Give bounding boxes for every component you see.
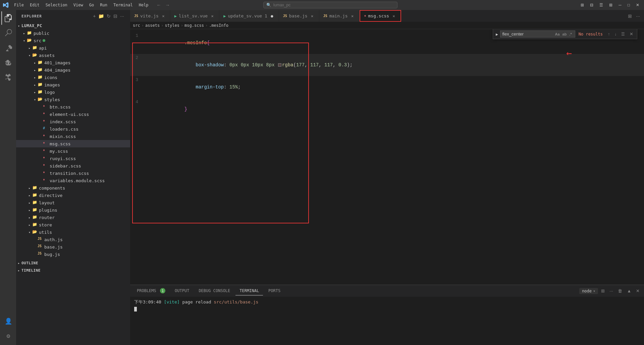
- tree-item-msg-scss[interactable]: ♦ msg.scss: [16, 140, 130, 147]
- tree-item-base-js[interactable]: JS base.js: [16, 243, 130, 251]
- tree-item-directive[interactable]: ▸ 📁 directive: [16, 192, 130, 199]
- tab-close-update-sv[interactable]: ●: [269, 13, 275, 19]
- tree-item-public[interactable]: ▸ 📁 public: [16, 29, 130, 37]
- breadcrumb-assets[interactable]: assets: [145, 23, 160, 28]
- panel-tab-problems[interactable]: PROBLEMS 1: [133, 286, 169, 296]
- tree-item-loaders-css[interactable]: # loaders.css: [16, 125, 130, 133]
- tree-item-404-images[interactable]: ▸ 📁 404_images: [16, 66, 130, 74]
- tree-item-401-images[interactable]: ▸ 📁 401_images: [16, 59, 130, 66]
- customize-layout-button[interactable]: ⊞: [579, 1, 586, 9]
- new-file-button[interactable]: +: [92, 13, 96, 19]
- tree-item-transition-scss[interactable]: ♦ transition.scss: [16, 169, 130, 177]
- toggle-panel-button[interactable]: ⊟: [588, 1, 595, 9]
- nav-forward-button[interactable]: →: [164, 2, 171, 8]
- tree-item-index-scss[interactable]: ♦ index.scss: [16, 118, 130, 125]
- tab-close-vite[interactable]: ✕: [161, 13, 166, 19]
- global-search-input[interactable]: [273, 3, 340, 7]
- tree-item-styles[interactable]: ▾ 📂 styles: [16, 96, 130, 103]
- tree-root-lumax-pc[interactable]: ▾ LUMAX_PC: [16, 22, 130, 29]
- activity-settings[interactable]: ⚙: [1, 329, 15, 342]
- code-editor[interactable]: 1 .mesInfo{ 2 box-shadow: 0px 0px 10px 8…: [130, 29, 644, 123]
- panel-kill-button[interactable]: 🗑: [616, 287, 624, 294]
- tab-close-base-js[interactable]: ✕: [310, 13, 315, 19]
- tree-item-components[interactable]: ▸ 📁 components: [16, 184, 130, 192]
- panel-tab-ports[interactable]: PORTS: [264, 286, 284, 295]
- panel-tab-debug-console[interactable]: DEBUG CONSOLE: [195, 286, 234, 295]
- tree-item-my-scss[interactable]: ♦ my.scss: [16, 147, 130, 155]
- terminal-content[interactable]: 下午3:09:40 [vite] page reload src/utils/b…: [130, 297, 644, 345]
- menu-selection[interactable]: Selection: [43, 2, 70, 8]
- tree-item-btn-scss[interactable]: ♦ btn.scss: [16, 103, 130, 111]
- maximize-button[interactable]: □: [626, 1, 632, 9]
- menu-terminal[interactable]: Terminal: [111, 2, 136, 8]
- find-list-button[interactable]: ☰: [620, 31, 627, 38]
- find-match-case-button[interactable]: Aa: [554, 32, 561, 37]
- tab-main-js[interactable]: JS main.js ✕: [319, 10, 360, 22]
- activity-source-control[interactable]: [1, 41, 15, 54]
- tree-item-router[interactable]: ▸ 📁 router: [16, 214, 130, 221]
- menu-run[interactable]: Run: [97, 2, 110, 8]
- tree-item-src[interactable]: ▾ 📂 src: [16, 37, 130, 44]
- panel-tab-output[interactable]: OUTPUT: [171, 286, 193, 295]
- breadcrumb-msg-scss[interactable]: msg.scss: [184, 23, 204, 28]
- find-match-word-button[interactable]: ab: [561, 32, 568, 37]
- tree-item-images[interactable]: ▸ 📁 images: [16, 81, 130, 88]
- tab-msg-scss[interactable]: ♦ msg.scss ✕: [360, 10, 401, 22]
- activity-explorer[interactable]: [1, 11, 15, 25]
- find-regex-button[interactable]: .*: [568, 32, 573, 37]
- menu-go[interactable]: Go: [87, 2, 97, 8]
- activity-run-debug[interactable]: [1, 56, 15, 69]
- tab-close-list-sv[interactable]: ✕: [210, 13, 215, 19]
- tab-base-js[interactable]: JS base.js ✕: [279, 10, 319, 22]
- activity-search[interactable]: [1, 26, 15, 40]
- find-search-input[interactable]: [502, 31, 553, 37]
- find-next-button[interactable]: ↓: [613, 31, 618, 38]
- panel-close-button[interactable]: ✕: [634, 287, 641, 294]
- find-expand-button[interactable]: ▸: [495, 31, 499, 38]
- tree-item-layout[interactable]: ▸ 📁 layout: [16, 199, 130, 206]
- tab-update-sv-vue[interactable]: ▶ update_sv.vue 1 ●: [219, 10, 279, 22]
- tree-item-plugins[interactable]: ▸ 📁 plugins: [16, 206, 130, 214]
- tree-section-outline[interactable]: ▸ OUTLINE: [16, 259, 130, 267]
- menu-view[interactable]: View: [71, 2, 86, 8]
- new-folder-button[interactable]: 📁: [98, 13, 105, 19]
- tab-close-msg-scss[interactable]: ✕: [391, 13, 396, 19]
- close-button[interactable]: ✕: [634, 1, 641, 9]
- tree-item-icons[interactable]: ▸ 📁 icons: [16, 74, 130, 81]
- collapse-all-button[interactable]: ⊟: [113, 13, 118, 19]
- find-prev-button[interactable]: ↑: [606, 31, 611, 38]
- editor-main[interactable]: ▸ Aa ab .* No results ↑ ↓ ☰ ✕: [130, 29, 644, 285]
- panel-maximize-button[interactable]: ▲: [625, 287, 633, 294]
- tree-item-bug-js[interactable]: JS bug.js: [16, 251, 130, 258]
- menu-file[interactable]: File: [11, 2, 26, 8]
- tab-vite-js[interactable]: JS vite.js ✕: [130, 10, 170, 22]
- tree-item-variables-scss[interactable]: ♦ variables.module.scss: [16, 177, 130, 184]
- tree-item-ruoyi-scss[interactable]: ♦ ruoyi.scss: [16, 155, 130, 162]
- tree-item-logo[interactable]: ▸ 📁 logo: [16, 88, 130, 96]
- tree-item-sidebar-scss[interactable]: ♦ sidebar.scss: [16, 162, 130, 169]
- menu-help[interactable]: Help: [136, 2, 151, 8]
- more-tab-actions-button[interactable]: ···: [635, 12, 641, 20]
- panel-split-button[interactable]: ⊞: [599, 287, 606, 294]
- tree-item-assets[interactable]: ▾ 📂 assets: [16, 52, 130, 59]
- tree-item-store[interactable]: ▸ 📁 store: [16, 221, 130, 228]
- nav-back-button[interactable]: ←: [155, 2, 163, 8]
- tree-item-element-ui-scss[interactable]: ♦ element-ui.scss: [16, 111, 130, 118]
- panel-more-button[interactable]: ···: [608, 287, 615, 294]
- tab-close-main-js[interactable]: ✕: [350, 13, 355, 19]
- activity-account[interactable]: 👤: [1, 314, 15, 328]
- breadcrumb-src[interactable]: src: [133, 23, 140, 28]
- tree-item-utils[interactable]: ▾ 📂 utils: [16, 228, 130, 236]
- toggle-activity-bar-button[interactable]: ⊞: [607, 1, 614, 9]
- tree-item-mixin-scss[interactable]: ♦ mixin.scss: [16, 133, 130, 140]
- tree-section-timeline[interactable]: ▸ TIMELINE: [16, 267, 130, 274]
- tree-item-auth-js[interactable]: JS auth.js: [16, 236, 130, 243]
- split-editor-button[interactable]: ⊞: [627, 12, 633, 20]
- activity-extensions[interactable]: [1, 70, 15, 84]
- minimize-button[interactable]: ─: [616, 1, 624, 9]
- find-close-button[interactable]: ✕: [628, 30, 635, 38]
- refresh-button[interactable]: ↻: [106, 13, 111, 19]
- menu-edit[interactable]: Edit: [27, 2, 42, 8]
- breadcrumb-mesinfo[interactable]: .mesInfo: [209, 23, 228, 28]
- global-search-bar[interactable]: 🔍: [263, 2, 397, 8]
